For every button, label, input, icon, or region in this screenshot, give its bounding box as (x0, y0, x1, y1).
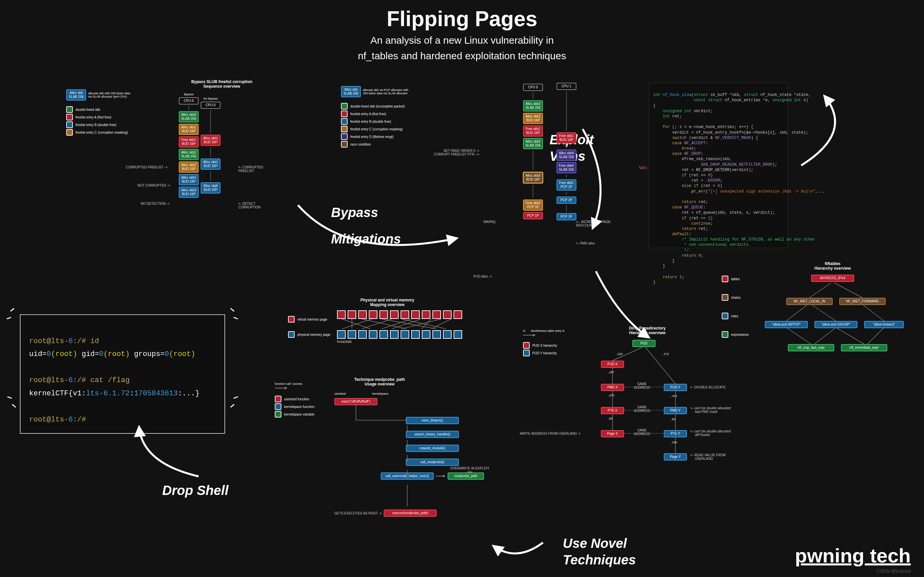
seq-box-warn: Alloc skb3 BUD 16P (523, 172, 543, 184)
terminal: root@lts-6:/# id uid=0(root) gid=0(root)… (20, 314, 225, 434)
burst-line-icon (7, 396, 12, 399)
legend-label: physical memory page (297, 333, 330, 337)
virtual-page-row (337, 310, 462, 319)
legend-label: chains (731, 296, 741, 300)
tree-lines-icon (599, 346, 692, 458)
seq-box: Free skb1 BUD 16P (523, 126, 543, 137)
annotation: SET PAGE ORDER 5 -> CORRUPT FREELIST PTR… (434, 149, 480, 156)
panel-title: Physical and virtual memoryMapping overv… (288, 298, 487, 307)
seq-box: PCP 1P (523, 212, 543, 219)
tree-lines-icon (765, 281, 910, 347)
burst-line-icon (230, 404, 235, 408)
annotation: <- READ VALUE FROM USERLAND (690, 453, 726, 461)
swatch-blue-icon (288, 331, 295, 338)
legend-n: N (523, 329, 525, 332)
annotation: NO DETECTION -> (141, 202, 170, 205)
brand: pwning tech (795, 544, 911, 567)
legend-item: race condition (341, 141, 427, 148)
swatch-green-icon (275, 411, 281, 417)
svg-line-42 (867, 327, 884, 344)
swatch-red-icon (275, 396, 281, 402)
seq-box: Alloc skb2 SLAB 256 (179, 111, 199, 122)
swatch-purple-icon (341, 133, 347, 140)
seq-box: Free skb1 BUD 16P (557, 132, 577, 143)
col-header: userland (334, 392, 346, 395)
swatch-green-icon (66, 106, 73, 113)
subtitle-1: An analysis of a new Linux vulnerability… (358, 34, 566, 47)
panel-title: Technique modprobe_pathUsage overview (354, 377, 405, 387)
annotation: WRITE ADDRESS FROM USERLAND -> (520, 432, 581, 435)
annotation: PUD alloc -> (473, 275, 492, 278)
svg-line-39 (786, 327, 811, 344)
swatch-blue-icon (523, 350, 530, 356)
arrow-icon (436, 474, 446, 478)
annotation: WARN() (483, 220, 496, 224)
subtitle-2: nf_tables and hardened exploitation tech… (358, 49, 566, 62)
legend-item: freelist entry C (corruption masking) (341, 126, 427, 132)
seq-box: Alloc skb2 BUD 16P (179, 161, 199, 173)
cpu-label: CPU 0 (200, 102, 220, 109)
seq-box: PCP 1P (557, 197, 577, 204)
pagesize-label: PAGESIZE (337, 340, 462, 343)
svg-line-40 (814, 327, 836, 344)
annotation: <- can't be double allocated bad PMD mas… (690, 406, 731, 414)
burst-line-icon (10, 308, 15, 312)
seq-box: Free skb4 SLAB 256 (557, 162, 577, 173)
watermark: CSDN @bsauce (877, 568, 911, 574)
code-panel: int nf_hook_slow(struct sk_buff *skb, st… (649, 83, 788, 248)
annotation: CORRUPTED FREELIST -> (126, 165, 168, 169)
node-root: NFPROTO_IPV4 (811, 275, 854, 282)
seq-box: Alloc skb1 BUD 16P (200, 135, 220, 146)
legend-label: PUD Y hierarchy (532, 351, 557, 355)
code-hint: %dx: (639, 165, 649, 170)
legend-item: double-freed skb (incomplete packet) (341, 103, 427, 110)
annotation: OVERWRITE IN EXPLOIT vvv (450, 466, 489, 474)
legend-label: tables (731, 277, 740, 281)
col-header: No Bypass (203, 97, 218, 100)
swatch-blue-icon (66, 121, 73, 128)
seq-box: Alloc skb2 SLAB 256 (523, 100, 543, 111)
annotation: <- PMD alloc (576, 242, 595, 245)
seq-box: Alloc skb2 SLAB 256 (179, 149, 199, 160)
seq-box: Free skb1 BUD 16P (179, 136, 199, 148)
legend-item: freelist entry B (double free) (66, 121, 131, 128)
seq-box: Free skb1 PCP 1P (557, 179, 577, 190)
annotation: <-- INCREMENT PAGE REFCOUNT (576, 220, 612, 227)
panel-title: Dirty PagedirectoryHierarchy overview (629, 326, 666, 335)
swatch-green-icon (722, 331, 729, 338)
svg-line-5 (362, 319, 392, 329)
legend-label: expressions (731, 333, 748, 337)
legend-label: rules (731, 314, 738, 318)
swatch-red-icon (288, 316, 295, 322)
legend-label: virtual memory page (297, 318, 328, 321)
svg-line-2 (362, 319, 407, 329)
svg-line-24 (646, 347, 675, 384)
seq-box: Free skb3 PCP 1P (523, 200, 543, 211)
label-bypass: Bypass (331, 205, 378, 220)
swatch-orange-icon (341, 126, 347, 132)
swatch-green-icon (341, 103, 347, 110)
svg-line-41 (836, 327, 864, 344)
legend-item: freelist entry B (double free) (341, 118, 427, 125)
burst-line-icon (233, 317, 238, 319)
cpu-label: CPU 0 (179, 97, 199, 105)
legend-label: kernelspace variable (284, 413, 315, 416)
seq-box: Alloc skb1 BUD 16P (200, 158, 220, 170)
box-alloc-skb: Alloc skb SLAB 256 (341, 86, 361, 97)
burst-line-icon (233, 396, 238, 399)
cpu-label: CPU 0 (523, 84, 543, 91)
label-techniques: Techniques (563, 553, 636, 567)
svg-line-23 (612, 347, 642, 361)
burst-line-icon (230, 308, 235, 312)
legend-item: freelist entry D (lifetime mngt) (341, 133, 427, 140)
svg-line-34 (809, 283, 831, 298)
swatch-brown-icon (722, 294, 729, 301)
legend-label: kernelspace function (284, 405, 315, 409)
seq-box: Alloc skb1 BUD 16P (523, 113, 543, 124)
swatch-red-icon (341, 111, 347, 117)
svg-line-35 (834, 283, 863, 298)
physical-page-row (337, 330, 462, 339)
label-mitigations: Mitigations (331, 232, 401, 247)
annotation: <- can't be double allocated diff freeli… (690, 429, 731, 437)
seq-box: PCP 1P (557, 213, 577, 220)
